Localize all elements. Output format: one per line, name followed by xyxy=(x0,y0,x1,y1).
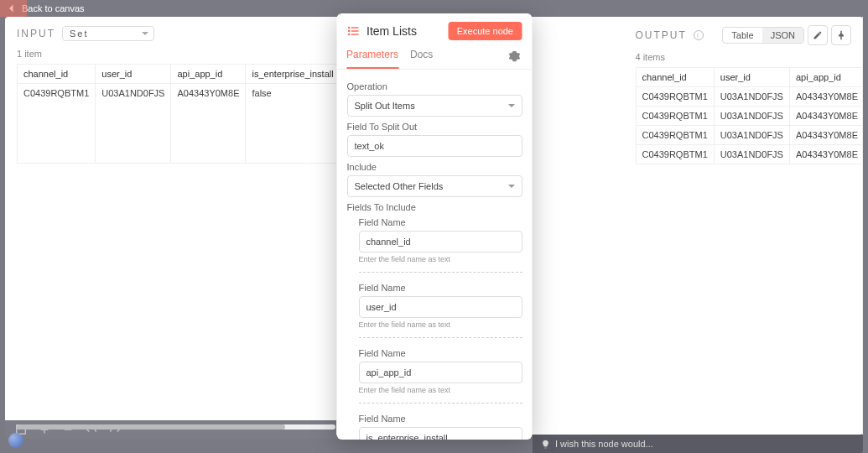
field-split-input[interactable] xyxy=(346,135,522,157)
cell: U03A1ND0FJS xyxy=(714,87,789,107)
cell: false xyxy=(246,84,340,164)
node-title: Item Lists xyxy=(346,24,417,38)
input-scrollbar[interactable] xyxy=(17,424,335,430)
input-source-select[interactable]: Set xyxy=(62,26,154,41)
pencil-icon xyxy=(813,30,823,40)
input-title: INPUT Set xyxy=(17,26,154,41)
cell: C0439RQBTM1 xyxy=(636,87,714,107)
table-row: C0439RQBTM1U03A1ND0FJSA04343Y0M8Efalseno… xyxy=(636,145,863,164)
col-is_enterprise_install[interactable]: is_enterprise_install xyxy=(246,65,340,84)
parameters-body: Operation Split Out Items Field To Split… xyxy=(336,70,532,440)
pin-output-button[interactable] xyxy=(831,25,851,45)
field-name-input[interactable] xyxy=(358,296,522,318)
cell: C0439RQBTM1 xyxy=(636,126,714,145)
field-name-label: Field Name xyxy=(358,217,522,227)
col-channel_id[interactable]: channel_id xyxy=(18,65,96,84)
svg-point-5 xyxy=(348,34,349,34)
output-view-table[interactable]: Table xyxy=(723,28,761,43)
output-view-toggle[interactable]: Table JSON xyxy=(722,27,804,44)
cell: U03A1ND0FJS xyxy=(714,145,789,164)
wish-bar[interactable]: I wish this node would... xyxy=(533,435,863,453)
lightbulb-icon xyxy=(541,440,550,449)
node-settings-panel: Item Lists Execute node Parameters Docs … xyxy=(336,13,532,440)
avatar[interactable] xyxy=(8,433,23,448)
include-field-item: Field NameEnter the field name as text xyxy=(358,337,522,394)
brand-corner xyxy=(0,0,27,17)
col-channel_id[interactable]: channel_id xyxy=(636,68,714,87)
info-icon[interactable]: i xyxy=(694,30,704,40)
svg-point-4 xyxy=(348,30,349,31)
cell: C0439RQBTM1 xyxy=(636,107,714,126)
field-name-input[interactable] xyxy=(358,427,522,440)
table-row: C0439RQBTM1U03A1ND0FJSA04343Y0M8Efalsety… xyxy=(636,87,863,107)
col-user_id[interactable]: user_id xyxy=(714,68,789,87)
cell: A04343Y0M8E xyxy=(171,84,246,164)
cell: A04343Y0M8E xyxy=(789,145,863,164)
cell: U03A1ND0FJS xyxy=(714,107,789,126)
col-api_app_id[interactable]: api_app_id xyxy=(171,65,246,84)
table-row: C0439RQBTM1U03A1ND0FJSA04343Y0M8Efalseja… xyxy=(636,107,863,126)
pin-icon xyxy=(836,30,846,40)
field-name-input[interactable] xyxy=(358,362,522,383)
field-split-label: Field To Split Out xyxy=(346,122,522,132)
field-hint: Enter the field name as text xyxy=(358,320,522,329)
edit-output-button[interactable] xyxy=(808,25,828,45)
output-table: channel_iduser_idapi_app_idis_enterprise… xyxy=(636,67,864,164)
back-label: Back to canvas xyxy=(22,3,85,13)
fields-to-include-label: Fields To Include xyxy=(346,202,522,212)
include-label: Include xyxy=(346,162,522,172)
include-field-item: Field NameEnter the field name as text xyxy=(358,272,522,329)
include-field-item: Field NameEnter the field name as text xyxy=(358,403,522,440)
col-user_id[interactable]: user_id xyxy=(96,65,171,84)
cell: A04343Y0M8E xyxy=(789,107,863,126)
gear-icon xyxy=(508,50,520,62)
field-name-label: Field Name xyxy=(358,283,522,293)
table-row: C0439RQBTM1U03A1ND0FJSA04343Y0M8Efalseru… xyxy=(636,126,863,145)
cell: A04343Y0M8E xyxy=(789,126,863,145)
cell: C0439RQBTM1 xyxy=(636,145,714,164)
operation-select[interactable]: Split Out Items xyxy=(346,95,522,117)
col-api_app_id[interactable]: api_app_id xyxy=(789,68,863,87)
include-field-item: Field NameEnter the field name as text xyxy=(358,217,522,263)
field-name-label: Field Name xyxy=(358,348,522,358)
field-hint: Enter the field name as text xyxy=(358,386,522,394)
execute-node-button[interactable]: Execute node xyxy=(449,22,522,40)
node-settings-gear[interactable] xyxy=(508,50,520,65)
cell: C0439RQBTM1 xyxy=(18,84,96,164)
cell: A04343Y0M8E xyxy=(789,87,863,107)
tab-docs[interactable]: Docs xyxy=(410,45,433,69)
field-name-label: Field Name xyxy=(358,414,522,424)
canvas-toolbar xyxy=(5,420,336,439)
field-hint: Enter the field name as text xyxy=(358,255,522,263)
include-select[interactable]: Selected Other Fields xyxy=(346,175,522,197)
cell: U03A1ND0FJS xyxy=(96,84,171,164)
svg-point-3 xyxy=(348,27,349,28)
output-count: 4 items xyxy=(636,52,852,62)
tab-parameters[interactable]: Parameters xyxy=(346,45,398,69)
list-icon xyxy=(346,24,360,38)
field-name-input[interactable] xyxy=(358,231,522,253)
output-title: OUTPUT i xyxy=(636,29,704,41)
cell: U03A1ND0FJS xyxy=(714,126,789,145)
output-view-json[interactable]: JSON xyxy=(762,28,803,43)
operation-label: Operation xyxy=(346,81,522,91)
